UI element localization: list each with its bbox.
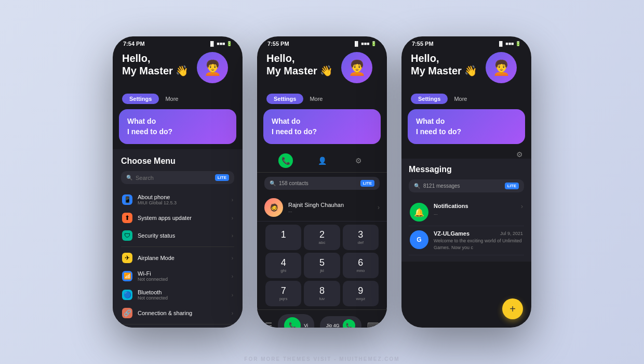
tabs-3: Settings More [401, 94, 531, 109]
call-btn-jio[interactable]: 📞 [343, 319, 355, 328]
notif-content: Notifications ... [434, 203, 516, 217]
bt-icon: 🔵 [122, 290, 132, 300]
carrier-2-pill[interactable]: Jio 4G 📞 [320, 316, 361, 328]
banner-line1-1: What do [127, 116, 228, 127]
header-2: Hello, My Master 👋 🧑‍🦱 [257, 49, 387, 94]
divider-2 [121, 324, 234, 324]
dialpad-icon[interactable]: ⌨ [367, 321, 379, 328]
msg-item-vzgames[interactable]: G VZ-ULGames Jul 9, 2021 Welcome to the … [409, 226, 524, 255]
vzgames-header: VZ-ULGames Jul 9, 2021 [434, 230, 523, 237]
dialer-tabs: 📞 👤 ⚙ [257, 149, 387, 173]
notif-header: Notifications [434, 203, 516, 209]
contact-detail: ... [288, 208, 372, 213]
banner-2: What do I need to do? [263, 109, 381, 144]
menu-icon[interactable]: ☰ [265, 321, 272, 328]
watermark: FOR MORE THEMES VISIT - MIUITHEMEZ.COM [0, 354, 644, 364]
search-icon-2: 🔍 [270, 180, 276, 186]
search-input-1[interactable] [136, 175, 212, 181]
key-6[interactable]: 6mno [343, 253, 379, 278]
msg-item-notifications[interactable]: 🔔 Notifications ... › [409, 199, 524, 226]
contact-count: 158 contacts [279, 180, 357, 186]
menu-item-lock[interactable]: 🔒 Lock screen › [121, 327, 234, 328]
search-icon-3: 🔍 [414, 183, 420, 189]
menu-item-updater[interactable]: ⬆ System apps updater › [121, 209, 234, 227]
bt-text: Bluetooth Not connected [138, 289, 226, 301]
airplane-text: Airplane Mode [138, 255, 226, 261]
menu-item-airplane[interactable]: ✈ Airplane Mode › [121, 249, 234, 267]
name-3: My Master 👋 [411, 64, 477, 77]
avatar-circle-3: 🧑‍🦱 [486, 52, 517, 83]
tab-more-3[interactable]: More [452, 94, 469, 104]
key-3[interactable]: 3def [343, 225, 379, 250]
key-2[interactable]: 2abc [304, 225, 340, 250]
vzgames-avatar: G [410, 230, 428, 249]
wifi-sublabel: Not connected [138, 277, 226, 282]
key-5[interactable]: 5jkl [304, 253, 340, 278]
about-chevron: › [232, 197, 233, 203]
conn-icon: 🔗 [122, 308, 132, 318]
contact-info: Rajnit Singh Chauhan ... [288, 202, 372, 213]
contact-avatar: 🧔 [264, 198, 283, 217]
fab-button[interactable]: + [502, 298, 523, 319]
phones-container: 7:54 PM ▐▌ ■■■ 🔋 Hello, My Master 👋 🧑‍🦱 … [102, 26, 542, 338]
status-icons-3: ▐▌ ■■■ 🔋 [498, 41, 521, 46]
carrier-1-pill[interactable]: 📞 Vi [278, 314, 314, 328]
msg-search[interactable]: 🔍 8121 messages LITE [409, 179, 524, 192]
key-9[interactable]: 9wxyz [343, 281, 379, 306]
contact-item[interactable]: 🧔 Rajnit Singh Chauhan ... › [257, 194, 387, 222]
status-icons-2: ▐▌ ■■■ 🔋 [353, 41, 377, 46]
security-label: Security status [138, 232, 226, 239]
notif-chevron: › [521, 203, 523, 210]
dialer-tab-settings[interactable]: ⚙ [351, 153, 366, 168]
greeting-2: Hello, My Master 👋 [266, 52, 333, 77]
msg-search-placeholder: 8121 messages [423, 183, 502, 189]
gear-icon-3[interactable]: ⚙ [516, 150, 523, 159]
avatar-2: 🧑‍🦱 [341, 52, 378, 88]
conn-text: Connection & sharing [138, 310, 226, 316]
about-icon: 📱 [122, 194, 132, 205]
tab-more-2[interactable]: More [307, 94, 325, 104]
contact-search[interactable]: 🔍 158 contacts LITE [264, 177, 380, 190]
wifi-icon: 📶 [122, 271, 132, 281]
tab-more-1[interactable]: More [163, 94, 180, 104]
lite-badge-1: LITE [215, 174, 229, 181]
about-label: About phone [138, 194, 226, 200]
search-icon-1: 🔍 [126, 175, 132, 180]
bt-sublabel: Not connected [138, 295, 226, 301]
banner-line2-1: I need to do? [127, 127, 228, 137]
key-1[interactable]: 1 [265, 225, 301, 250]
wifi-label: Wi-Fi [138, 270, 226, 277]
tab-settings-1[interactable]: Settings [122, 94, 159, 104]
about-text: About phone MIUI Global 12.5.3 [138, 194, 226, 205]
dialer-tab-calls[interactable]: 📞 [278, 153, 293, 168]
key-4[interactable]: 4ghi [265, 253, 301, 278]
tabs-2: Settings More [257, 94, 387, 109]
menu-item-about[interactable]: 📱 About phone MIUI Global 12.5.3 › [121, 190, 234, 209]
updater-text: System apps updater [138, 215, 226, 221]
menu-item-bluetooth[interactable]: 🔵 Bluetooth Not connected › [121, 285, 234, 304]
bt-chevron: › [232, 292, 233, 298]
banner-line2-3: I need to do? [416, 127, 517, 137]
greeting-3: Hello, My Master 👋 [411, 52, 477, 77]
vzgames-content: VZ-ULGames Jul 9, 2021 Welcome to the ex… [434, 230, 523, 251]
msg-title: Messaging [409, 165, 524, 174]
name-2: My Master 👋 [266, 64, 333, 77]
dialer-tab-contacts[interactable]: 👤 [315, 153, 329, 168]
notif-preview: ... [434, 210, 516, 217]
key-8[interactable]: 8tuv [304, 281, 340, 306]
carrier-2-label: Jio 4G [326, 323, 340, 328]
tab-settings-3[interactable]: Settings [411, 94, 448, 104]
call-btn-vi[interactable]: 📞 [284, 317, 301, 328]
menu-item-security[interactable]: 🛡 Security status › [121, 227, 234, 244]
menu-item-connection[interactable]: 🔗 Connection & sharing › [121, 304, 234, 322]
status-icons-1: ▐▌ ■■■ 🔋 [209, 41, 232, 46]
contact-name: Rajnit Singh Chauhan [288, 202, 372, 208]
key-7[interactable]: 7pqrs [265, 281, 301, 306]
menu-item-wifi[interactable]: 📶 Wi-Fi Not connected › [121, 267, 234, 285]
search-bar-1[interactable]: 🔍 LITE [121, 171, 234, 184]
security-icon: 🛡 [122, 230, 132, 241]
hello-3: Hello, [411, 52, 477, 64]
header-3: Hello, My Master 👋 🧑‍🦱 [401, 49, 531, 94]
conn-label: Connection & sharing [138, 310, 226, 316]
tab-settings-2[interactable]: Settings [266, 94, 303, 104]
